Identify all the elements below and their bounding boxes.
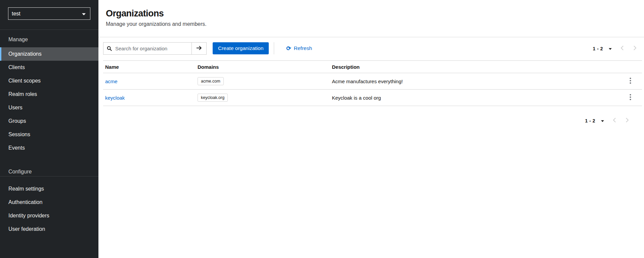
refresh-button[interactable]: ⟳ Refresh <box>284 42 314 54</box>
app-root: test Manage Organizations Clients Client… <box>0 0 644 258</box>
column-header-domains: Domains <box>196 64 330 70</box>
sidebar-item-label: Clients <box>8 64 25 70</box>
pagination-next-button[interactable] <box>626 118 629 123</box>
sidebar-item-users[interactable]: Users <box>0 101 98 114</box>
sidebar-item-authentication[interactable]: Authentication <box>0 196 98 209</box>
realm-selector[interactable]: test <box>8 7 90 20</box>
pagination-next-button[interactable] <box>634 46 637 51</box>
caret-down-icon <box>609 46 612 51</box>
main-content: Organizations Manage your organizations … <box>98 0 644 258</box>
sidebar-section-configure: Configure <box>0 155 98 176</box>
caret-down-icon <box>82 11 86 17</box>
org-link-keycloak[interactable]: keycloak <box>105 95 125 101</box>
sidebar-item-label: Realm settings <box>8 186 44 192</box>
sidebar-item-label: Client scopes <box>8 78 41 84</box>
pagination-menu-toggle[interactable] <box>609 46 612 51</box>
pagination-prev-button[interactable] <box>620 46 624 51</box>
kebab-vertical-icon <box>630 78 631 85</box>
table-header-row: Name Domains Description <box>103 60 642 73</box>
sync-icon: ⟳ <box>286 46 291 51</box>
sidebar: test Manage Organizations Clients Client… <box>0 0 98 258</box>
sidebar-item-label: Organizations <box>8 51 42 57</box>
page-title: Organizations <box>106 9 636 18</box>
kebab-vertical-icon <box>630 94 631 101</box>
sidebar-item-label: Realm roles <box>8 91 37 97</box>
page-header: Organizations Manage your organizations … <box>98 0 644 37</box>
arrow-right-icon <box>196 46 202 51</box>
domain-chip: keycloak.org <box>198 94 228 102</box>
sidebar-item-label: Events <box>8 145 25 151</box>
sidebar-item-clients[interactable]: Clients <box>0 61 98 74</box>
sidebar-item-groups[interactable]: Groups <box>0 114 98 128</box>
chevron-left-icon <box>613 118 616 123</box>
search-group <box>103 42 207 55</box>
current-realm-label: test <box>12 11 20 17</box>
sidebar-nav-configure: Realm settings Authentication Identity p… <box>0 182 98 236</box>
sidebar-item-label: Authentication <box>8 199 42 205</box>
org-description-cell: Keycloak is a cool org <box>330 95 616 101</box>
sidebar-nav-manage: Organizations Clients Client scopes Real… <box>0 47 98 155</box>
search-submit-button[interactable] <box>191 43 206 54</box>
toolbar: Create organization ⟳ Refresh 1 - 2 <box>98 37 644 60</box>
sidebar-item-organizations[interactable]: Organizations <box>0 47 98 61</box>
sidebar-section-manage: Manage <box>0 30 98 43</box>
sidebar-item-label: Identity providers <box>8 213 49 218</box>
org-description-cell: Acme manufactures everything! <box>330 79 616 84</box>
org-domains-cell: acme.com <box>196 77 330 85</box>
chevron-left-icon <box>620 46 624 51</box>
pagination-bottom-row: 1 - 2 <box>98 114 644 127</box>
sidebar-item-sessions[interactable]: Sessions <box>0 128 98 141</box>
sidebar-item-label: User federation <box>8 226 45 232</box>
page-subtitle: Manage your organizations and members. <box>106 21 636 27</box>
sidebar-item-identity-providers[interactable]: Identity providers <box>0 209 98 222</box>
row-kebab-menu-button[interactable] <box>626 92 635 103</box>
create-organization-button[interactable]: Create organization <box>213 42 269 54</box>
pagination-range: 1 - 2 <box>593 46 603 51</box>
sidebar-item-label: Groups <box>8 118 26 124</box>
column-header-description: Description <box>330 64 616 70</box>
org-name-cell: acme <box>103 79 196 84</box>
org-name-cell: keycloak <box>103 95 196 101</box>
pagination-prev-button[interactable] <box>613 118 616 123</box>
table-row: acme acme.com Acme manufactures everythi… <box>103 73 642 90</box>
row-kebab-menu-button[interactable] <box>626 75 635 87</box>
sidebar-item-user-federation[interactable]: User federation <box>0 222 98 236</box>
pagination-top: 1 - 2 <box>593 42 637 55</box>
table-row: keycloak keycloak.org Keycloak is a cool… <box>103 90 642 106</box>
org-link-acme[interactable]: acme <box>105 79 118 84</box>
refresh-label: Refresh <box>294 45 312 51</box>
search-input-wrap <box>103 43 191 54</box>
org-domains-cell: keycloak.org <box>196 94 330 102</box>
search-icon <box>107 46 112 51</box>
sidebar-item-client-scopes[interactable]: Client scopes <box>0 74 98 88</box>
search-input[interactable] <box>115 45 191 52</box>
chevron-right-icon <box>626 118 629 123</box>
sidebar-item-realm-settings[interactable]: Realm settings <box>0 182 98 196</box>
domain-chip: acme.com <box>198 77 224 85</box>
sidebar-item-events[interactable]: Events <box>0 141 98 155</box>
organizations-table: Name Domains Description acme acme.com A… <box>103 60 642 106</box>
org-actions-cell <box>616 92 642 103</box>
pagination-range: 1 - 2 <box>585 118 595 123</box>
org-actions-cell <box>616 75 642 87</box>
chevron-right-icon <box>634 46 637 51</box>
sidebar-item-label: Users <box>8 105 23 110</box>
caret-down-icon <box>601 118 604 123</box>
sidebar-item-realm-roles[interactable]: Realm roles <box>0 88 98 101</box>
sidebar-item-label: Sessions <box>8 132 30 137</box>
column-header-name: Name <box>103 64 196 70</box>
pagination-menu-toggle[interactable] <box>601 118 604 123</box>
toolbar-separator <box>274 42 274 54</box>
pagination-bottom: 1 - 2 <box>585 114 629 127</box>
